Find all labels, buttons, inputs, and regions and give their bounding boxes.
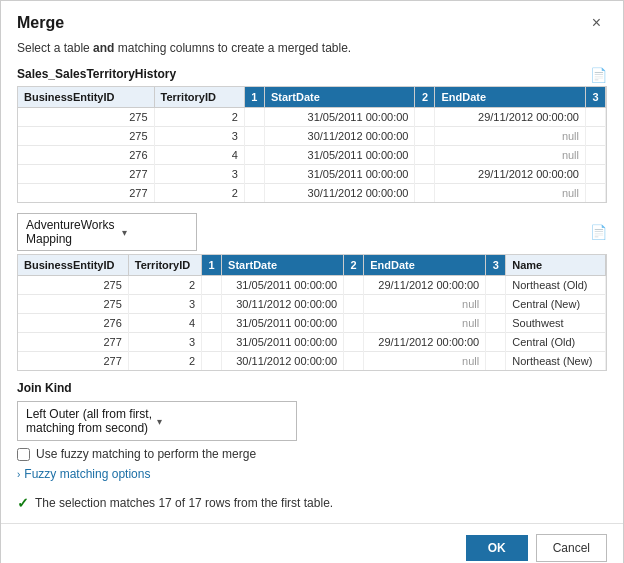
- ok-button[interactable]: OK: [466, 535, 528, 561]
- table2-section: AdventureWorks Mapping ▾ 📄 BusinessEntit…: [17, 213, 607, 371]
- table2-file-icon: 📄: [590, 224, 607, 240]
- table2-container: BusinessEntityID TerritoryID 1 StartDate…: [17, 254, 607, 371]
- dialog-body: Select a table and matching columns to c…: [1, 41, 623, 523]
- chevron-right-icon: ›: [17, 469, 20, 480]
- table-row: 277331/05/2011 00:00:0029/11/2012 00:00:…: [18, 333, 606, 352]
- fuzzy-checkbox[interactable]: [17, 448, 30, 461]
- table2-dropdown-value: AdventureWorks Mapping: [26, 218, 114, 246]
- merge-dialog: Merge × Select a table and matching colu…: [0, 0, 624, 563]
- col-num1: 1: [244, 87, 264, 108]
- col-startdate: StartDate: [264, 87, 415, 108]
- table1: BusinessEntityID TerritoryID 1 StartDate…: [18, 87, 606, 202]
- col2-num2: 2: [344, 255, 364, 276]
- col2-enddate: EndDate: [364, 255, 486, 276]
- table1-label: Sales_SalesTerritoryHistory: [17, 67, 176, 81]
- table1-container: BusinessEntityID TerritoryID 1 StartDate…: [17, 86, 607, 203]
- table2-dropdown[interactable]: AdventureWorks Mapping ▾: [17, 213, 197, 251]
- fuzzy-options-link-row: ›Fuzzy matching options: [17, 467, 607, 481]
- join-kind-section: Join Kind Left Outer (all from first, ma…: [17, 381, 607, 481]
- col2-num3: 3: [486, 255, 506, 276]
- subtitle: Select a table and matching columns to c…: [17, 41, 607, 55]
- col-businessentityid: BusinessEntityID: [18, 87, 154, 108]
- join-kind-label: Join Kind: [17, 381, 607, 395]
- close-button[interactable]: ×: [586, 13, 607, 33]
- table-row: 277331/05/2011 00:00:0029/11/2012 00:00:…: [18, 165, 606, 184]
- table-row: 275330/11/2012 00:00:00null: [18, 127, 606, 146]
- table-row: 276431/05/2011 00:00:00nullSouthwest: [18, 314, 606, 333]
- dialog-footer: OK Cancel: [1, 523, 623, 563]
- join-kind-value: Left Outer (all from first, matching fro…: [26, 407, 157, 435]
- table-row: 275231/05/2011 00:00:0029/11/2012 00:00:…: [18, 108, 606, 127]
- join-kind-dropdown[interactable]: Left Outer (all from first, matching fro…: [17, 401, 297, 441]
- chevron-down-icon: ▾: [157, 416, 288, 427]
- col2-territoryid: TerritoryID: [128, 255, 201, 276]
- col2-name: Name: [506, 255, 606, 276]
- table1-file-icon: 📄: [590, 67, 607, 83]
- table-row: 277230/11/2012 00:00:00nullNortheast (Ne…: [18, 352, 606, 371]
- fuzzy-checkbox-label[interactable]: Use fuzzy matching to perform the merge: [36, 447, 256, 461]
- titlebar: Merge ×: [1, 1, 623, 41]
- check-icon: ✓: [17, 495, 29, 511]
- fuzzy-options-link[interactable]: ›Fuzzy matching options: [17, 467, 150, 481]
- col-enddate: EndDate: [435, 87, 586, 108]
- col2-businessentityid: BusinessEntityID: [18, 255, 128, 276]
- status-row: ✓ The selection matches 17 of 17 rows fr…: [17, 495, 607, 511]
- dialog-title: Merge: [17, 14, 64, 32]
- table-row: 276431/05/2011 00:00:00null: [18, 146, 606, 165]
- cancel-button[interactable]: Cancel: [536, 534, 607, 562]
- status-text: The selection matches 17 of 17 rows from…: [35, 496, 333, 510]
- table2: BusinessEntityID TerritoryID 1 StartDate…: [18, 255, 606, 370]
- fuzzy-checkbox-row: Use fuzzy matching to perform the merge: [17, 447, 607, 461]
- table-row: 275231/05/2011 00:00:0029/11/2012 00:00:…: [18, 276, 606, 295]
- table-row: 277230/11/2012 00:00:00null: [18, 184, 606, 203]
- col2-num1: 1: [202, 255, 222, 276]
- col-num2: 2: [415, 87, 435, 108]
- table-row: 275330/11/2012 00:00:00nullCentral (New): [18, 295, 606, 314]
- col-num3: 3: [586, 87, 606, 108]
- col-territoryid: TerritoryID: [154, 87, 244, 108]
- col2-startdate: StartDate: [222, 255, 344, 276]
- table1-section: Sales_SalesTerritoryHistory 📄 BusinessEn…: [17, 67, 607, 203]
- chevron-down-icon: ▾: [122, 227, 188, 238]
